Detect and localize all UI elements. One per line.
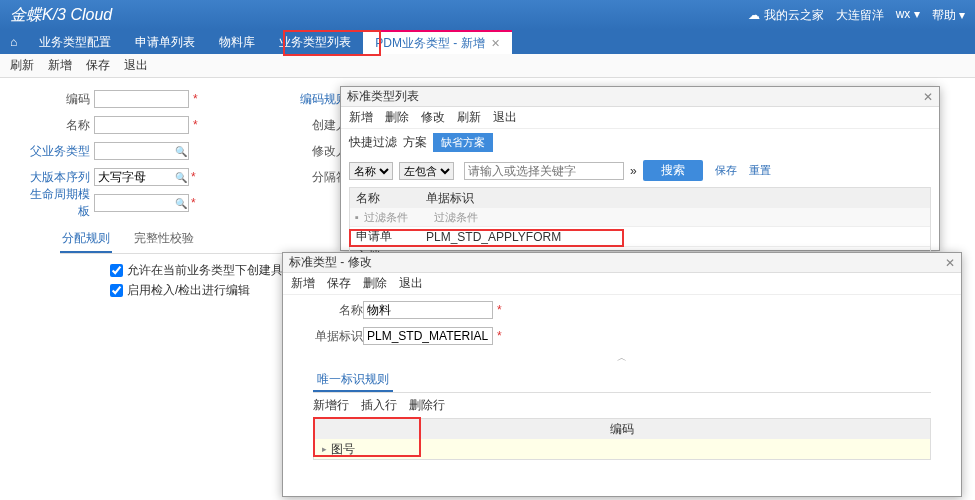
main-tabs: ⌂ 业务类型配置 申请单列表 物料库 业务类型列表 PDM业务类型 - 新增✕ xyxy=(0,30,975,54)
home-icon: ⌂ xyxy=(10,35,17,49)
col-name: 名称 xyxy=(350,190,420,207)
table-row[interactable]: 申请单PLM_STD_APPLYFORM xyxy=(350,226,930,246)
label-verrule[interactable]: 大版本序列 xyxy=(20,169,90,186)
tab-material-lib[interactable]: 物料库 xyxy=(207,30,267,54)
modal-standard-type-list: 标准类型列表✕ 新增 删除 修改 刷新 退出 快捷过滤 方案 缺省方案 名称 左… xyxy=(340,86,940,251)
checkbox[interactable] xyxy=(110,284,123,297)
header-right: ☁ 我的云之家 大连留洋 wx ▾ 帮助 ▾ xyxy=(748,7,965,24)
page-toolbar: 刷新 新增 保存 退出 xyxy=(0,54,975,78)
delete-button[interactable]: 删除 xyxy=(385,109,409,126)
label-code: 编码 xyxy=(20,91,90,108)
label-lifetmpl[interactable]: 生命周期模板 xyxy=(20,186,90,220)
tab-alloc-rule[interactable]: 分配规则 xyxy=(60,226,112,253)
col-code: 编码 xyxy=(314,419,930,439)
new-button[interactable]: 新增 xyxy=(291,275,315,292)
filter-icon[interactable]: ▪ xyxy=(350,211,364,223)
user-menu[interactable]: wx ▾ xyxy=(896,7,920,24)
modal-title: 标准类型 - 修改 xyxy=(289,254,372,271)
save-scheme-link[interactable]: 保存 xyxy=(715,163,737,178)
refresh-button[interactable]: 刷新 xyxy=(10,57,34,74)
close-icon[interactable]: ✕ xyxy=(945,256,955,270)
input-name[interactable] xyxy=(94,116,189,134)
delete-row-button[interactable]: 删除行 xyxy=(409,397,445,414)
sub-tabs: 分配规则 完整性校验 xyxy=(60,226,340,254)
label-billid: 单据标识 xyxy=(313,328,363,345)
search-icon[interactable]: 🔍 xyxy=(175,172,187,183)
brand-logo: 金蝶K/3 Cloud xyxy=(10,5,112,26)
tab-pdm-biztype-new[interactable]: PDM业务类型 - 新增✕ xyxy=(363,30,511,54)
save-button[interactable]: 保存 xyxy=(86,57,110,74)
scheme-label: 方案 xyxy=(403,134,427,151)
new-button[interactable]: 新增 xyxy=(349,109,373,126)
checkbox[interactable] xyxy=(110,264,123,277)
modal-title: 标准类型列表 xyxy=(347,88,419,105)
modify-button[interactable]: 修改 xyxy=(421,109,445,126)
tab-apply-list[interactable]: 申请单列表 xyxy=(123,30,207,54)
default-scheme-tag[interactable]: 缺省方案 xyxy=(433,133,493,152)
delete-button[interactable]: 删除 xyxy=(363,275,387,292)
close-icon[interactable]: ✕ xyxy=(491,37,500,50)
input-name[interactable] xyxy=(363,301,493,319)
close-icon[interactable]: ✕ xyxy=(923,90,933,104)
app-header: 金蝶K/3 Cloud ☁ 我的云之家 大连留洋 wx ▾ 帮助 ▾ xyxy=(0,0,975,30)
reset-link[interactable]: 重置 xyxy=(749,163,771,178)
filter-cell[interactable]: 过滤条件 xyxy=(364,210,434,225)
more-icon[interactable]: » xyxy=(630,164,637,178)
input-billid[interactable] xyxy=(363,327,493,345)
col-billid: 单据标识 xyxy=(420,190,930,207)
exit-button[interactable]: 退出 xyxy=(399,275,423,292)
label-sep: 分隔符 xyxy=(278,169,348,186)
tab-biztype-config[interactable]: 业务类型配置 xyxy=(27,30,123,54)
collapse-toggle[interactable]: ︿ xyxy=(283,351,961,365)
label-name: 名称 xyxy=(20,117,90,134)
input-code[interactable] xyxy=(94,90,189,108)
new-button[interactable]: 新增 xyxy=(48,57,72,74)
search-match-select[interactable]: 左包含 xyxy=(399,162,454,180)
exit-button[interactable]: 退出 xyxy=(493,109,517,126)
refresh-button[interactable]: 刷新 xyxy=(457,109,481,126)
modal-standard-type-edit: 标准类型 - 修改✕ 新增 保存 删除 退出 名称* 单据标识* ︿ 唯一标识规… xyxy=(282,252,962,497)
search-button[interactable]: 搜索 xyxy=(643,160,703,181)
save-button[interactable]: 保存 xyxy=(327,275,351,292)
quick-filter-label: 快捷过滤 xyxy=(349,134,397,151)
tab-integrity[interactable]: 完整性校验 xyxy=(132,226,196,253)
tab-home[interactable]: ⌂ xyxy=(0,30,27,54)
insert-row-button[interactable]: 插入行 xyxy=(361,397,397,414)
org-name[interactable]: 大连留洋 xyxy=(836,7,884,24)
add-row-button[interactable]: 新增行 xyxy=(313,397,349,414)
tab-unique-rule[interactable]: 唯一标识规则 xyxy=(313,369,393,392)
filter-cell[interactable]: 过滤条件 xyxy=(434,210,930,225)
cloud-link[interactable]: ☁ 我的云之家 xyxy=(748,7,823,24)
table-row[interactable]: ▸图号 xyxy=(314,439,930,459)
label-modifier: 修改人 xyxy=(278,143,348,160)
tab-biztype-list[interactable]: 业务类型列表 xyxy=(267,30,363,54)
row-marker-icon: ▸ xyxy=(322,444,327,454)
search-input[interactable] xyxy=(464,162,624,180)
search-icon[interactable]: 🔍 xyxy=(175,198,187,209)
exit-button[interactable]: 退出 xyxy=(124,57,148,74)
search-field-select[interactable]: 名称 xyxy=(349,162,393,180)
label-name: 名称 xyxy=(313,302,363,319)
search-icon[interactable]: 🔍 xyxy=(175,146,187,157)
label-creator: 创建人 xyxy=(278,117,348,134)
label-coderule[interactable]: 编码规则 xyxy=(278,91,348,108)
label-parent[interactable]: 父业务类型 xyxy=(20,143,90,160)
help-menu[interactable]: 帮助 ▾ xyxy=(932,7,965,24)
